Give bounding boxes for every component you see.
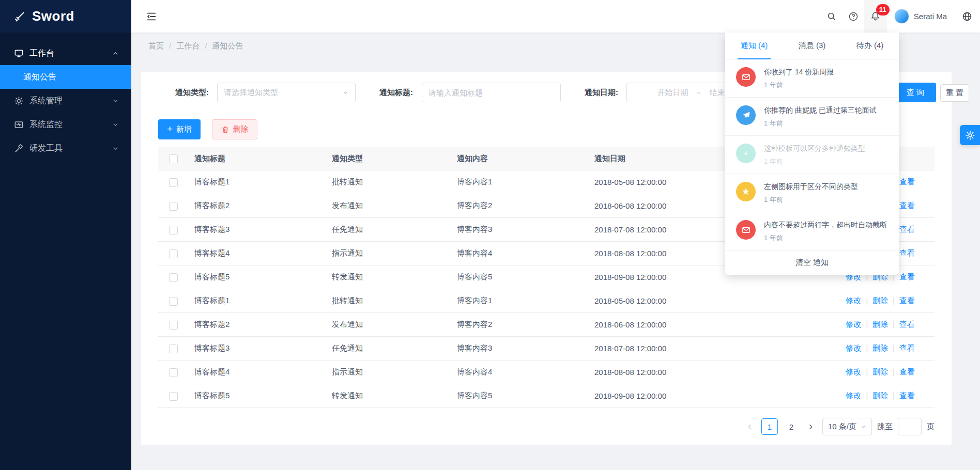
- tab-notice[interactable]: 通知 (4): [725, 33, 783, 59]
- sidebar-item-system-monitor[interactable]: 系统监控: [0, 113, 131, 136]
- page-button-1[interactable]: 1: [761, 418, 778, 435]
- sidebar-item-workbench[interactable]: 工作台: [0, 41, 131, 65]
- breadcrumb-home[interactable]: 首页: [148, 41, 164, 51]
- edit-link[interactable]: 修改: [846, 296, 861, 305]
- view-link[interactable]: 查看: [899, 248, 915, 257]
- type-select-placeholder: 请选择通知类型: [224, 88, 278, 98]
- notification-item[interactable]: 你收到了 14 份新周报 1 年前: [725, 59, 899, 98]
- add-button[interactable]: + 新增: [158, 119, 201, 139]
- cell-type: 批转通知: [326, 289, 451, 313]
- page-size-select[interactable]: 10 条/页: [822, 418, 872, 435]
- row-checkbox[interactable]: [169, 226, 178, 234]
- star-icon: ★: [736, 182, 756, 201]
- prev-page-button[interactable]: [744, 418, 756, 435]
- top-bar: 11 Serati Ma: [131, 0, 980, 33]
- user-menu-button[interactable]: Serati Ma: [887, 0, 954, 33]
- action-separator: |: [866, 391, 868, 400]
- action-separator: |: [866, 296, 868, 305]
- notification-tabs: 通知 (4) 消息 (3) 待办 (4): [725, 33, 899, 59]
- delete-link[interactable]: 删除: [872, 320, 888, 328]
- cell-date: 2018-07-08 12:00:00: [588, 337, 805, 361]
- view-link[interactable]: 查看: [899, 296, 915, 305]
- view-link[interactable]: 查看: [899, 201, 915, 210]
- next-page-button[interactable]: [805, 418, 817, 435]
- edit-link[interactable]: 修改: [846, 320, 861, 328]
- type-label: 通知类型:: [175, 82, 209, 103]
- notification-title: 左侧图标用于区分不同的类型: [764, 182, 858, 191]
- top-bar-actions: 11 Serati Ma: [821, 0, 980, 33]
- row-checkbox[interactable]: [169, 178, 178, 187]
- action-separator: |: [893, 367, 895, 376]
- help-icon[interactable]: [843, 0, 864, 33]
- table-row: 博客标题3 任免通知 博客内容3 2018-07-08 12:00:00 修改|…: [158, 337, 935, 361]
- chevron-down-icon: [112, 98, 119, 104]
- search-icon[interactable]: [821, 0, 843, 33]
- jump-page-input[interactable]: [898, 418, 922, 435]
- row-checkbox[interactable]: [169, 249, 178, 258]
- language-globe-icon[interactable]: [954, 0, 980, 33]
- delete-link[interactable]: 删除: [872, 296, 888, 305]
- notification-item[interactable]: 你推荐的 曲妮妮 已通过第三轮面试 1 年前: [725, 98, 899, 136]
- edit-link[interactable]: 修改: [846, 367, 861, 376]
- chevron-down-icon: [342, 89, 349, 96]
- row-checkbox[interactable]: [169, 273, 178, 282]
- action-separator: |: [893, 320, 895, 328]
- action-separator: |: [893, 343, 895, 352]
- delete-button[interactable]: 删除: [212, 119, 257, 139]
- sidebar-item-system-manage[interactable]: 系统管理: [0, 89, 131, 113]
- cell-date: 2018-06-08 12:00:00: [588, 313, 805, 337]
- view-link[interactable]: 查看: [899, 343, 915, 352]
- delete-link[interactable]: 删除: [872, 391, 888, 400]
- reset-button[interactable]: 重 置: [940, 84, 969, 102]
- view-link[interactable]: 查看: [899, 320, 915, 328]
- row-checkbox[interactable]: [169, 392, 178, 401]
- row-checkbox[interactable]: [169, 321, 178, 330]
- title-input[interactable]: [422, 83, 560, 102]
- cell-content: 博客内容5: [451, 265, 588, 289]
- view-link[interactable]: 查看: [899, 177, 915, 186]
- date-label: 通知日期:: [585, 82, 618, 103]
- breadcrumb-workbench[interactable]: 工作台: [176, 41, 200, 51]
- chevron-down-icon: [112, 145, 119, 152]
- settings-fab-button[interactable]: [960, 125, 980, 145]
- cell-title: 博客标题5: [188, 384, 326, 408]
- delete-link[interactable]: 删除: [872, 343, 888, 352]
- sidebar-item-dev-tools[interactable]: 研发工具: [0, 136, 131, 160]
- mail-icon: [736, 220, 756, 240]
- tool-icon: [14, 144, 24, 153]
- view-link[interactable]: 查看: [899, 367, 915, 376]
- tab-message[interactable]: 消息 (3): [783, 33, 841, 59]
- notification-item[interactable]: 内容不要超过两行字，超出时自动截断 1 年前: [725, 212, 899, 250]
- tab-todo[interactable]: 待办 (4): [841, 33, 899, 59]
- edit-link[interactable]: 修改: [846, 391, 861, 400]
- sword-icon: [13, 10, 26, 23]
- menu-fold-icon[interactable]: [146, 11, 157, 22]
- cell-title: 博客标题1: [188, 170, 326, 194]
- delete-link[interactable]: 删除: [872, 367, 888, 376]
- view-link[interactable]: 查看: [899, 272, 915, 281]
- row-checkbox[interactable]: [169, 202, 178, 211]
- edit-link[interactable]: 修改: [846, 343, 861, 352]
- notification-time: 1 年前: [764, 119, 877, 128]
- jump-label: 跳至: [877, 422, 893, 432]
- notification-item[interactable]: ★ 左侧图标用于区分不同的类型 1 年前: [725, 174, 899, 212]
- breadcrumb-current: 通知公告: [212, 41, 243, 51]
- view-link[interactable]: 查看: [899, 225, 915, 233]
- row-checkbox[interactable]: [169, 368, 178, 377]
- clear-notifications-button[interactable]: 清空 通知: [725, 250, 899, 275]
- row-checkbox[interactable]: [169, 344, 178, 353]
- select-all-checkbox[interactable]: [169, 154, 178, 163]
- cell-title: 博客标题1: [188, 289, 326, 313]
- sidebar-item-notice[interactable]: 通知公告: [0, 65, 131, 89]
- breadcrumb-separator: /: [205, 41, 207, 51]
- header-type: 通知类型: [326, 147, 451, 170]
- title-label: 通知标题:: [379, 82, 413, 103]
- notification-item-read[interactable]: + 这种模板可以区分多种通知类型 1 年前: [725, 136, 899, 174]
- view-link[interactable]: 查看: [899, 391, 915, 400]
- page-button-2[interactable]: 2: [783, 418, 800, 435]
- search-button[interactable]: 查 询: [895, 83, 936, 102]
- type-select[interactable]: 请选择通知类型: [217, 83, 356, 102]
- notifications-bell-button[interactable]: 11: [864, 0, 887, 33]
- app-logo[interactable]: Sword: [0, 0, 131, 33]
- row-checkbox[interactable]: [169, 297, 178, 306]
